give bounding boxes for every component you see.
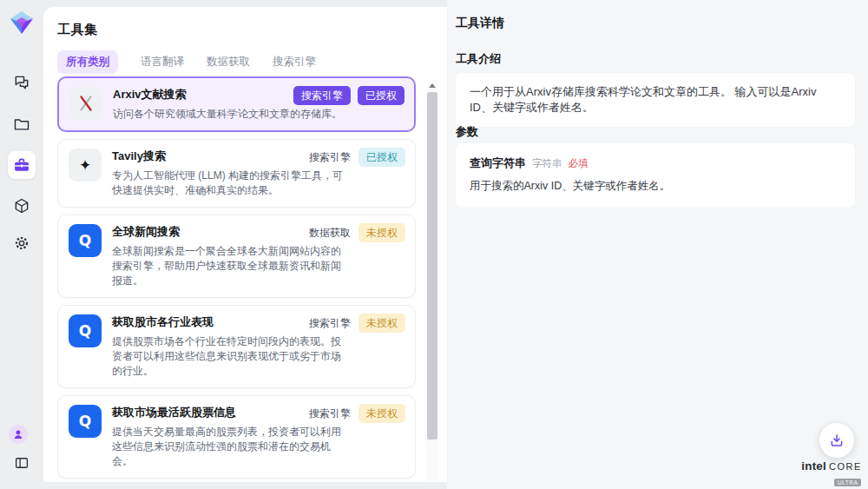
blue-q-icon: Q [69,224,102,257]
tool-card-list: Arxiv文献搜索 访问各个研究领域大量科学论文和文章的存储库。 搜索引擎 已授… [57,76,416,482]
user-avatar[interactable] [9,425,28,444]
tool-card-arxiv[interactable]: Arxiv文献搜索 访问各个研究领域大量科学论文和文章的存储库。 搜索引擎 已授… [57,76,416,132]
auth-status-badge: 已授权 [358,86,404,105]
auth-status-badge: 未授权 [358,223,405,242]
brand-intel-text: intel [801,459,826,472]
tool-card-sector-performance[interactable]: Q 获取股市各行业表现 提供股票市场各个行业在特定时间段内的表现。投资者可以利用… [57,305,416,388]
params-heading: 参数 [456,124,478,140]
download-icon [829,433,845,448]
detail-title: 工具详情 [456,16,504,31]
tool-description: 全球新闻搜索是一个聚合全球各大新闻网站内容的搜索引擎，帮助用户快速获取全球最新资… [112,244,348,288]
auth-status-badge: 已授权 [358,148,405,167]
tab-language-translation[interactable]: 语言翻译 [141,50,184,74]
category-tabs: 所有类别 语言翻译 数据获取 搜索引擎 [57,50,316,74]
sidebar-toggle-icon [14,455,30,471]
nav-models-button[interactable] [8,192,36,220]
blue-q-icon: Q [69,405,102,438]
tab-all-categories[interactable]: 所有类别 [57,50,118,74]
category-badge: 搜索引擎 [293,86,351,105]
chat-icon [13,74,30,91]
auth-status-badge: 未授权 [358,404,405,423]
intro-text-box: 一个用于从Arxiv存储库搜索科学论文和文章的工具。 输入可以是Arxiv ID… [456,73,855,127]
parameter-required-flag: 必填 [569,157,589,170]
cube-icon [13,197,30,215]
auth-status-badge: 未授权 [358,314,405,333]
tool-detail-panel: 工具详情 工具介绍 一个用于从Arxiv存储库搜索科学论文和文章的工具。 输入可… [447,0,868,489]
download-button[interactable] [819,423,854,458]
parameter-card: 查询字符串 字符串 必填 用于搜索的Arxiv ID、关键字或作者姓名。 [456,143,855,208]
gear-icon [13,235,30,252]
nav-files-button[interactable] [8,110,36,138]
tool-card-most-active-stocks[interactable]: Q 获取市场最活跃股票信息 提供当天交易量最高的股票列表，投资者可以利用这些信息… [57,395,416,479]
blue-q-icon: Q [69,314,102,347]
tool-description: 专为人工智能代理 (LLM) 构建的搜索引擎工具，可快速提供实时、准确和真实的结… [112,169,348,198]
intel-core-logo: intel core ultra [803,459,860,488]
arxiv-icon [69,87,102,120]
person-icon [12,428,24,440]
category-badge: 搜索引擎 [308,148,352,167]
tool-list-panel: 工具集 所有类别 语言翻译 数据获取 搜索引擎 Arxiv文献搜索 访问各个研究… [43,7,447,482]
scroll-up-arrow-icon[interactable] [429,83,436,88]
tool-card-global-news[interactable]: Q 全球新闻搜索 全球新闻搜索是一个聚合全球各大新闻网站内容的搜索引擎，帮助用户… [57,215,416,298]
toolbox-icon [13,156,30,174]
category-badge: 搜索引擎 [308,314,352,333]
collapse-sidebar-button[interactable] [11,453,32,473]
scrollbar-thumb[interactable] [427,92,437,439]
brand-core-text: core [829,461,862,472]
tool-description: 提供当天交易量最高的股票列表，投资者可以利用这些信息来识别流动性强的股票和潜在的… [112,425,348,469]
page-title: 工具集 [57,22,98,38]
category-badge: 数据获取 [308,223,352,242]
folder-icon [13,116,30,133]
star-icon: ✦ [69,149,102,182]
brand-ultra-badge: ultra [834,479,861,486]
parameter-type: 字符串 [532,157,562,170]
app-logo-icon[interactable] [10,10,34,35]
category-badge: 搜索引擎 [308,404,352,423]
parameter-description: 用于搜索的Arxiv ID、关键字或作者姓名。 [470,179,841,194]
tab-search-engine[interactable]: 搜索引擎 [273,50,316,74]
parameter-name: 查询字符串 [470,155,526,171]
nav-settings-button[interactable] [8,229,36,257]
tool-card-tavily[interactable]: ✦ Tavily搜索 专为人工智能代理 (LLM) 构建的搜索引擎工具，可快速提… [57,139,416,208]
left-rail [0,0,43,489]
tab-data-fetch[interactable]: 数据获取 [207,50,250,74]
nav-toolbox-button[interactable] [8,151,36,179]
tool-description: 访问各个研究领域大量科学论文和文章的存储库。 [113,107,399,122]
intro-heading: 工具介绍 [456,51,501,67]
nav-chat-button[interactable] [8,69,36,96]
list-scrollbar[interactable] [426,80,438,482]
tool-description: 提供股票市场各个行业在特定时间段内的表现。投资者可以利用这些信息来识别表现优于或… [112,334,348,379]
